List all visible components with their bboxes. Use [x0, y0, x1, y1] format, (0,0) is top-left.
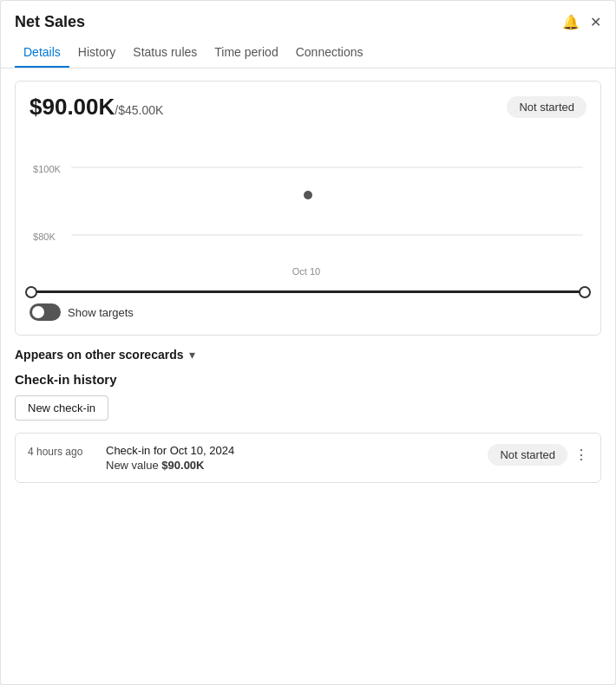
metric-values-row: $90.00K/$45.00K Not started — [29, 94, 587, 121]
target-value: $45.00K — [118, 103, 163, 117]
status-badge: Not started — [507, 96, 587, 118]
tab-connections[interactable]: Connections — [287, 38, 372, 68]
tab-details[interactable]: Details — [15, 38, 69, 68]
tab-status-rules[interactable]: Status rules — [124, 38, 206, 68]
close-icon[interactable]: ✕ — [590, 14, 601, 30]
new-checkin-button[interactable]: New check-in — [15, 395, 108, 421]
range-track — [31, 290, 585, 293]
checkin-history-title: Check-in history — [15, 372, 601, 387]
show-targets-row: Show targets — [29, 303, 587, 321]
appears-on-label: Appears on other scorecards — [15, 348, 184, 362]
checkin-date: Check-in for Oct 10, 2024 — [106, 444, 479, 457]
page-title: Net Sales — [15, 13, 85, 31]
more-options-icon[interactable]: ⋮ — [574, 447, 588, 463]
chart-svg: $100K $80K Oct 10 — [29, 127, 587, 284]
metric-amount: $90.00K/$45.00K — [29, 94, 163, 121]
svg-text:Oct 10: Oct 10 — [292, 266, 320, 277]
checkin-value-row: New value $90.00K — [106, 459, 479, 472]
show-targets-label: Show targets — [68, 306, 134, 319]
range-thumb-left[interactable] — [25, 286, 37, 298]
checkin-status-badge: Not started — [488, 444, 567, 466]
main-value: $90.00K — [29, 94, 115, 120]
tabs-bar: Details History Status rules Time period… — [1, 38, 615, 68]
range-thumb-right[interactable] — [579, 286, 591, 298]
main-content: $90.00K/$45.00K Not started $100K $80K O… — [1, 68, 615, 495]
range-slider[interactable] — [29, 290, 587, 293]
checkin-item: 4 hours ago Check-in for Oct 10, 2024 Ne… — [15, 433, 601, 483]
checkin-right: Not started ⋮ — [488, 444, 588, 466]
metric-card: $90.00K/$45.00K Not started $100K $80K O… — [15, 81, 601, 336]
chevron-down-icon: ▾ — [189, 348, 195, 362]
checkin-value-amount: $90.00K — [161, 459, 204, 472]
svg-text:$80K: $80K — [33, 232, 56, 242]
checkin-value-label: New value — [106, 459, 159, 472]
tab-history[interactable]: History — [69, 38, 125, 68]
svg-text:$100K: $100K — [33, 164, 62, 174]
header: Net Sales 🔔 ✕ — [1, 1, 615, 31]
chart-area: $100K $80K Oct 10 — [29, 127, 587, 284]
panel: Net Sales 🔔 ✕ Details History Status rul… — [0, 0, 616, 685]
toggle-knob — [32, 306, 44, 318]
checkin-time-ago: 4 hours ago — [28, 444, 97, 458]
checkin-info: Check-in for Oct 10, 2024 New value $90.… — [106, 444, 479, 472]
svg-point-5 — [304, 191, 312, 199]
show-targets-toggle[interactable] — [29, 303, 61, 321]
header-icons: 🔔 ✕ — [562, 14, 601, 30]
bell-icon[interactable]: 🔔 — [562, 14, 580, 30]
tab-time-period[interactable]: Time period — [206, 38, 286, 68]
appears-on-row[interactable]: Appears on other scorecards ▾ — [15, 348, 601, 362]
checkin-history-section: Check-in history New check-in 4 hours ag… — [15, 372, 601, 483]
